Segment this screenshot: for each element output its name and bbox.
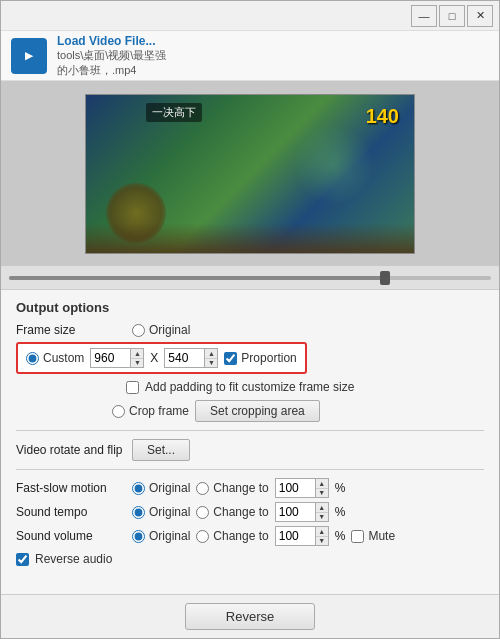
window-controls: — □ ✕ (411, 5, 493, 27)
tempo-changeto-group: Change to (196, 505, 268, 519)
fast-spinners: ▲ ▼ (315, 478, 329, 498)
fast-up-button[interactable]: ▲ (316, 479, 328, 489)
sound-tempo-row: Sound tempo Original Change to ▲ ▼ % (16, 502, 484, 522)
custom-frame-row: Custom ▲ ▼ X ▲ ▼ (16, 342, 484, 374)
tempo-changeto-label[interactable]: Change to (213, 505, 268, 519)
fast-changeto-radio[interactable] (196, 482, 209, 495)
crop-radio-group: Crop frame (112, 404, 189, 418)
options-area: Output options Frame size Original Custo… (1, 290, 499, 594)
original-label[interactable]: Original (149, 323, 190, 337)
fast-value-input[interactable] (275, 478, 315, 498)
file-path: tools\桌面\视频\最坚强 (57, 48, 166, 63)
scrubber-fill (9, 276, 385, 280)
proportion-checkbox[interactable] (224, 352, 237, 365)
fast-slow-row: Fast-slow motion Original Change to ▲ ▼ … (16, 478, 484, 498)
original-radio[interactable] (132, 324, 145, 337)
volume-value-input[interactable] (275, 526, 315, 546)
volume-up-button[interactable]: ▲ (316, 527, 328, 537)
mute-group: Mute (351, 529, 395, 543)
padding-row: Add padding to fit customize frame size (126, 380, 484, 394)
app-icon: ▶ (11, 38, 47, 74)
sound-volume-row: Sound volume Original Change to ▲ ▼ % Mu… (16, 526, 484, 546)
tempo-up-button[interactable]: ▲ (316, 503, 328, 513)
section-title: Output options (16, 300, 484, 315)
custom-frame-box: Custom ▲ ▼ X ▲ ▼ (16, 342, 307, 374)
maximize-button[interactable]: □ (439, 5, 465, 27)
video-rotate-row: Video rotate and flip Set... (16, 439, 484, 461)
fast-original-label[interactable]: Original (149, 481, 190, 495)
volume-down-button[interactable]: ▼ (316, 537, 328, 546)
width-input-group: ▲ ▼ (90, 348, 144, 368)
frame-size-row: Frame size Original (16, 323, 484, 337)
tempo-changeto-radio[interactable] (196, 506, 209, 519)
volume-changeto-radio[interactable] (196, 530, 209, 543)
custom-label[interactable]: Custom (43, 351, 84, 365)
reverse-button[interactable]: Reverse (185, 603, 315, 630)
fast-changeto-label[interactable]: Change to (213, 481, 268, 495)
padding-checkbox[interactable] (126, 381, 139, 394)
volume-original-radio[interactable] (132, 530, 145, 543)
x-separator: X (150, 351, 158, 365)
fast-down-button[interactable]: ▼ (316, 489, 328, 498)
video-rotate-label: Video rotate and flip (16, 443, 126, 457)
crop-frame-row: Crop frame Set cropping area (16, 400, 484, 422)
file-name: 的小鲁班，.mp4 (57, 63, 166, 78)
volume-changeto-label[interactable]: Change to (213, 529, 268, 543)
mute-checkbox[interactable] (351, 530, 364, 543)
close-button[interactable]: ✕ (467, 5, 493, 27)
width-input[interactable] (90, 348, 130, 368)
fast-value-group: ▲ ▼ (275, 478, 329, 498)
file-bar: ▶ Load Video File... tools\桌面\视频\最坚强 的小鲁… (1, 31, 499, 81)
width-down-button[interactable]: ▼ (131, 359, 143, 368)
mute-label[interactable]: Mute (368, 529, 395, 543)
tempo-original-radio[interactable] (132, 506, 145, 519)
tempo-value-group: ▲ ▼ (275, 502, 329, 522)
main-window: — □ ✕ ▶ Load Video File... tools\桌面\视频\最… (0, 0, 500, 639)
custom-radio-group: Custom (26, 351, 84, 365)
bottom-bar: Reverse (1, 594, 499, 638)
volume-value-group: ▲ ▼ (275, 526, 329, 546)
custom-radio[interactable] (26, 352, 39, 365)
fast-percent: % (335, 481, 346, 495)
tempo-original-label[interactable]: Original (149, 505, 190, 519)
set-cropping-button[interactable]: Set cropping area (195, 400, 320, 422)
height-input[interactable] (164, 348, 204, 368)
minimize-button[interactable]: — (411, 5, 437, 27)
proportion-group: Proportion (224, 351, 296, 365)
volume-spinners: ▲ ▼ (315, 526, 329, 546)
tempo-percent: % (335, 505, 346, 519)
volume-original-label[interactable]: Original (149, 529, 190, 543)
height-up-button[interactable]: ▲ (205, 349, 217, 359)
volume-changeto-group: Change to (196, 529, 268, 543)
scrubber-area[interactable] (1, 266, 499, 290)
original-radio-group: Original (132, 323, 190, 337)
sound-volume-label: Sound volume (16, 529, 126, 543)
proportion-label[interactable]: Proportion (241, 351, 296, 365)
width-up-button[interactable]: ▲ (131, 349, 143, 359)
scrubber-track[interactable] (9, 276, 491, 280)
divider-1 (16, 430, 484, 431)
tempo-value-input[interactable] (275, 502, 315, 522)
padding-label[interactable]: Add padding to fit customize frame size (145, 380, 354, 394)
file-info: Load Video File... tools\桌面\视频\最坚强 的小鲁班，… (57, 34, 166, 78)
volume-percent: % (335, 529, 346, 543)
height-down-button[interactable]: ▼ (205, 359, 217, 368)
tempo-down-button[interactable]: ▼ (316, 513, 328, 522)
fast-slow-label: Fast-slow motion (16, 481, 126, 495)
frame-size-label: Frame size (16, 323, 126, 337)
height-input-group: ▲ ▼ (164, 348, 218, 368)
crop-frame-label[interactable]: Crop frame (129, 404, 189, 418)
scrubber-thumb[interactable] (380, 271, 390, 285)
load-video-button[interactable]: Load Video File... (57, 34, 166, 48)
tempo-original-group: Original (132, 505, 190, 519)
reverse-audio-label[interactable]: Reverse audio (35, 552, 112, 566)
fast-original-radio[interactable] (132, 482, 145, 495)
tempo-spinners: ▲ ▼ (315, 502, 329, 522)
video-preview: 140 一决高下 (85, 94, 415, 254)
height-spinners: ▲ ▼ (204, 348, 218, 368)
crop-frame-radio[interactable] (112, 405, 125, 418)
video-area: 140 一决高下 (1, 81, 499, 266)
reverse-audio-checkbox[interactable] (16, 553, 29, 566)
set-rotate-button[interactable]: Set... (132, 439, 190, 461)
video-text-overlay: 一决高下 (146, 103, 202, 122)
